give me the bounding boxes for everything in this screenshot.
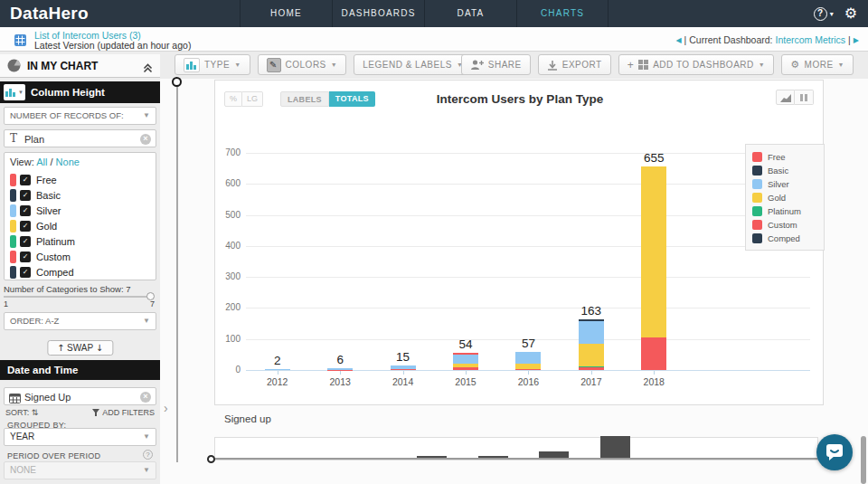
nav-tabs: HOMEDASHBOARDSDATACHARTS	[240, 0, 609, 27]
bar-segment-silver	[265, 369, 290, 370]
add-to-dashboard-label: ADD TO DASHBOARD	[653, 60, 754, 70]
chart-card: % LG LABELS TOTALS Intercom Users by Pla…	[214, 80, 824, 405]
y-axis-tick-label: 500	[215, 210, 241, 220]
chevron-down-icon: ▼	[18, 90, 24, 95]
bar-segment-free	[453, 367, 478, 370]
add-to-dashboard-button[interactable]: + ADD TO DASHBOARD ▼	[618, 54, 775, 75]
category-checkbox[interactable]: ✓	[20, 190, 31, 201]
share-button[interactable]: SHARE	[461, 54, 531, 75]
dataset-table-icon	[14, 33, 26, 50]
settings-gear-icon[interactable]: ⚙	[844, 0, 857, 27]
order-dropdown[interactable]: ORDER: A-Z ▼	[4, 312, 156, 330]
collapse-panel-icon[interactable]	[143, 61, 153, 77]
category-checkbox[interactable]: ✓	[20, 236, 31, 247]
export-button[interactable]: EXPORT	[538, 54, 611, 75]
x-axis-tick	[654, 371, 655, 375]
intercom-chat-button[interactable]	[816, 434, 853, 470]
chart-config-sidebar: IN MY CHART ▼ Column Height NUMBER OF RE…	[0, 52, 160, 484]
swap-axes-button[interactable]: ↑ SWAP ↓	[47, 340, 113, 356]
bar-segment-custom	[453, 353, 478, 354]
category-label: Gold	[36, 221, 57, 232]
y-axis-tick-label: 400	[215, 241, 241, 251]
gridline-600	[246, 184, 810, 185]
legend-labels-button[interactable]: LEGEND & LABELS ▼	[354, 54, 472, 75]
category-checkbox[interactable]: ✓	[20, 251, 31, 262]
category-checkbox[interactable]: ✓	[20, 175, 31, 185]
pencil-icon: ✎	[267, 58, 281, 72]
bar-segment-free	[641, 337, 666, 370]
plan-field-card[interactable]: T Plan ×	[4, 129, 156, 147]
category-checkbox[interactable]: ✓	[20, 267, 31, 278]
scrollbar-thumb[interactable]	[861, 436, 866, 484]
legend-label: Gold	[768, 193, 786, 203]
datahero-logo[interactable]: DataHero	[10, 0, 89, 27]
remove-signed-up-field-icon[interactable]: ×	[140, 392, 151, 403]
current-dashboard-link[interactable]: Intercom Metrics	[776, 34, 846, 45]
chevron-down-icon: ▼	[838, 62, 844, 68]
date-range-brush[interactable]	[214, 437, 818, 460]
measure-dropdown[interactable]: NUMBER OF RECORDS OF: ▼	[4, 107, 156, 125]
help-icon[interactable]: ?	[814, 7, 827, 21]
x-axis-tick	[528, 371, 529, 375]
view-none-link[interactable]: None	[56, 157, 80, 167]
next-dashboard-icon[interactable]: ▶	[854, 36, 859, 44]
brush-start-handle[interactable]	[207, 455, 215, 463]
legend-swatch-comped	[752, 233, 762, 243]
sort-arrows-icon: ⇅	[32, 408, 39, 417]
bar-segment-platinum	[579, 366, 604, 367]
plus-icon: +	[627, 59, 635, 71]
brush-histogram-bar	[417, 456, 447, 458]
chart-toolbar-right: SHARE EXPORT + ADD TO DASHBOARD ▼ ⚙ MORE…	[461, 54, 854, 75]
brush-histogram-bar	[600, 436, 630, 458]
plan-category-filter-card: View: All / None ✓Free✓Basic✓Silver✓Gold…	[4, 152, 156, 280]
add-filters-button[interactable]: ADD FILTERS	[92, 408, 155, 417]
bar-segment-basic	[579, 319, 604, 321]
current-dashboard-nav: ◀ | Current Dashboard: Intercom Metrics …	[675, 34, 859, 45]
period-over-period-dropdown[interactable]: NONE ▼	[4, 461, 156, 479]
nav-tab-home[interactable]: HOME	[240, 0, 332, 27]
dashboard-grid-icon	[638, 60, 648, 70]
chevron-down-icon: ▼	[143, 462, 150, 479]
sidebar-resize-handle[interactable]	[172, 77, 182, 87]
legend-swatch-platinum	[752, 206, 762, 216]
date-and-time-section-header: Date and Time	[0, 360, 160, 380]
nav-tab-charts[interactable]: CHARTS	[516, 0, 609, 27]
view-label: View:	[10, 157, 34, 167]
signed-up-axis-label: Signed up	[224, 413, 271, 424]
nav-tab-dashboards[interactable]: DASHBOARDS	[332, 0, 424, 27]
plan-field-label: Plan	[24, 134, 44, 145]
nav-tab-data[interactable]: DATA	[424, 0, 516, 27]
categories-slider[interactable]	[4, 296, 153, 298]
column-type-mini-dropdown[interactable]: ▼	[4, 84, 25, 100]
y-axis-tick-label: 600	[215, 178, 241, 188]
category-color-swatch	[10, 174, 16, 186]
bar-segment-free	[579, 367, 604, 370]
x-axis-label: 2018	[627, 376, 681, 387]
signed-up-field-card[interactable]: Signed Up ×	[4, 387, 156, 405]
sidebar-expand-arrow[interactable]: ›	[164, 401, 168, 415]
help-menu[interactable]: ? ▾	[814, 7, 834, 21]
grouped-by-dropdown[interactable]: YEAR ▼	[4, 428, 156, 446]
chart-toolbar-left: TYPE ▼ ✎ COLORS ▼ LEGEND & LABELS ▼	[175, 54, 472, 75]
chat-bubble-icon	[825, 442, 844, 462]
column-height-title: Column Height	[31, 81, 105, 103]
sort-toggle[interactable]: SORT: ⇅	[5, 408, 38, 417]
type-button[interactable]: TYPE ▼	[175, 54, 250, 75]
more-button[interactable]: ⚙ MORE ▼	[781, 54, 854, 75]
category-checkbox[interactable]: ✓	[20, 205, 31, 216]
remove-plan-field-icon[interactable]: ×	[140, 134, 151, 145]
bar-segment-free	[515, 369, 541, 370]
view-all-link[interactable]: All	[36, 157, 47, 167]
category-checkbox[interactable]: ✓	[20, 221, 31, 232]
colors-button-label: COLORS	[286, 60, 326, 70]
share-button-label: SHARE	[488, 60, 522, 70]
prev-dashboard-icon[interactable]: ◀	[675, 36, 681, 44]
top-nav-bar: DataHero HOMEDASHBOARDSDATACHARTS ? ▾ ⚙	[0, 0, 868, 27]
colors-button[interactable]: ✎ COLORS ▼	[258, 54, 347, 75]
plan-category-row: ✓Gold	[5, 219, 157, 234]
gridline-400	[246, 246, 810, 247]
bar-total-label: 57	[501, 337, 555, 350]
legend-label: Platinum	[768, 206, 801, 216]
stacked-bar-plot: 0100200300400500600700201222013620141520…	[215, 81, 825, 406]
chevron-down-icon: ▼	[143, 429, 150, 445]
